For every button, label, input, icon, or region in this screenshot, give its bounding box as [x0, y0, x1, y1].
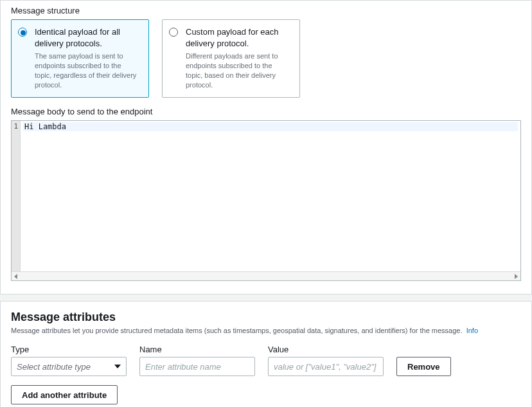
value-input[interactable]: [268, 357, 384, 376]
name-label: Name: [139, 345, 255, 354]
name-input[interactable]: [139, 357, 255, 376]
type-select-placeholder: Select attribute type: [17, 362, 91, 372]
type-select[interactable]: Select attribute type: [11, 357, 127, 376]
radio-custom-desc: Different payloads are sent to endpoints…: [186, 51, 290, 89]
attributes-title: Message attributes: [11, 311, 521, 324]
info-link[interactable]: Info: [466, 327, 478, 334]
message-structure-options: Identical payload for all delivery proto…: [11, 19, 521, 98]
radio-custom-payload[interactable]: Custom payload for each delivery protoco…: [162, 19, 300, 98]
radio-icon: [18, 28, 27, 37]
attributes-desc: Message attributes let you provide struc…: [11, 327, 521, 334]
message-structure-panel: Message structure Identical payload for …: [0, 0, 532, 294]
radio-identical-desc: The same payload is sent to endpoints su…: [35, 51, 139, 89]
attribute-row: Type Select attribute type Name Value Re…: [1, 338, 531, 376]
value-label: Value: [268, 345, 384, 354]
message-body-editor[interactable]: 1 Hi Lambda: [11, 120, 521, 281]
editor-gutter: 1: [12, 121, 21, 271]
radio-identical-payload[interactable]: Identical payload for all delivery proto…: [11, 19, 149, 98]
message-body-label: Message body to send to the endpoint: [11, 107, 521, 116]
editor-line: Hi Lambda: [23, 122, 518, 131]
radio-identical-title: Identical payload for all delivery proto…: [35, 26, 139, 49]
radio-icon: [169, 28, 178, 37]
horizontal-scrollbar[interactable]: [12, 271, 520, 280]
message-attributes-panel: Message attributes Message attributes le…: [0, 301, 532, 407]
editor-content[interactable]: Hi Lambda: [21, 121, 520, 271]
remove-button[interactable]: Remove: [396, 357, 451, 376]
message-structure-label: Message structure: [11, 6, 521, 15]
add-attribute-button[interactable]: Add another attribute: [11, 385, 118, 404]
radio-custom-title: Custom payload for each delivery protoco…: [186, 26, 290, 49]
line-number: 1: [12, 122, 20, 131]
type-label: Type: [11, 345, 127, 354]
chevron-down-icon: [114, 365, 121, 368]
